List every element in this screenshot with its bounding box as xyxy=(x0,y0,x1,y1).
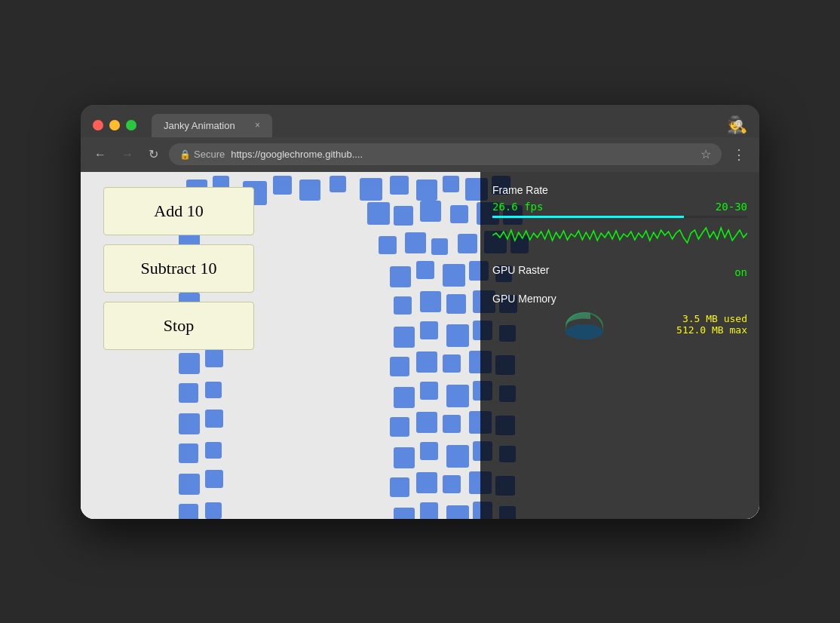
blue-square xyxy=(394,296,412,315)
blue-square xyxy=(394,327,415,348)
maximize-button[interactable] xyxy=(126,120,136,130)
blue-square xyxy=(179,353,200,374)
blue-square xyxy=(446,294,466,314)
gpu-raster-title: GPU Raster xyxy=(492,264,549,276)
browser-window: Janky Animation × 🕵️ ← → ↻ 🔒 Secure http… xyxy=(81,105,759,519)
content-area: Add 10 Subtract 10 Stop Frame Rate 26.6 … xyxy=(81,172,759,519)
blue-square xyxy=(458,234,477,253)
blue-square xyxy=(420,442,438,460)
blue-square xyxy=(420,502,438,519)
tab-close-icon[interactable]: × xyxy=(255,120,260,130)
blue-square xyxy=(205,410,223,428)
stop-button[interactable]: Stop xyxy=(103,302,254,350)
blue-square xyxy=(420,321,438,339)
blue-square xyxy=(446,445,469,468)
fps-bar-fill xyxy=(492,216,684,218)
fps-range: 20-30 xyxy=(716,201,747,213)
blue-square xyxy=(273,176,292,195)
blue-square xyxy=(205,349,223,367)
blue-square xyxy=(179,504,198,519)
subtract-10-button[interactable]: Subtract 10 xyxy=(103,244,254,293)
blue-square xyxy=(420,201,441,222)
frame-rate-section: Frame Rate 26.6 fps 20-30 xyxy=(492,184,747,252)
blue-square xyxy=(379,236,397,254)
blue-square xyxy=(416,261,434,279)
blue-square xyxy=(299,180,320,201)
blue-square xyxy=(416,472,437,493)
blue-square xyxy=(205,382,222,398)
blue-square xyxy=(330,176,346,192)
secure-label: 🔒 Secure xyxy=(179,149,225,160)
blue-square xyxy=(443,475,461,493)
traffic-lights xyxy=(93,120,136,130)
blue-square xyxy=(179,474,200,495)
gpu-memory-title: GPU Memory xyxy=(492,293,747,305)
waveform-chart xyxy=(492,224,747,247)
blue-square xyxy=(390,417,409,437)
blue-square xyxy=(205,442,222,459)
memory-used: 3.5 MB used xyxy=(682,313,747,324)
blue-square xyxy=(390,357,409,376)
frame-rate-title: Frame Rate xyxy=(492,184,747,196)
blue-square xyxy=(179,443,198,463)
blue-square xyxy=(367,202,390,225)
secure-text: Secure xyxy=(194,149,225,160)
memory-pie-chart xyxy=(562,309,607,339)
blue-square xyxy=(394,387,415,408)
blue-square xyxy=(420,291,441,312)
svg-point-0 xyxy=(566,324,603,339)
minimize-button[interactable] xyxy=(109,120,120,130)
hud-overlay: Frame Rate 26.6 fps 20-30 GPU Raster on xyxy=(480,172,759,519)
blue-square xyxy=(390,266,411,287)
blue-square xyxy=(179,413,200,434)
memory-values: 3.5 MB used 512.0 MB max xyxy=(676,313,747,336)
blue-square xyxy=(416,180,437,201)
buttons-panel: Add 10 Subtract 10 Stop xyxy=(103,187,254,350)
tab-bar: Janky Animation × xyxy=(152,114,718,137)
blue-square xyxy=(443,264,465,287)
blue-square xyxy=(394,508,415,519)
blue-square xyxy=(446,505,469,519)
fps-row: 26.6 fps 20-30 xyxy=(492,201,747,213)
blue-square xyxy=(443,354,461,373)
gpu-raster-value: on xyxy=(734,266,747,278)
blue-square xyxy=(205,502,222,519)
blue-square xyxy=(360,178,382,201)
back-button[interactable]: ← xyxy=(90,145,111,164)
url-text: https://googlechrome.github.... xyxy=(231,149,694,160)
blue-square xyxy=(390,176,409,195)
forward-button[interactable]: → xyxy=(117,145,138,164)
bookmark-icon[interactable]: ☆ xyxy=(701,147,711,161)
close-button[interactable] xyxy=(93,120,103,130)
gpu-raster-row: GPU Raster on xyxy=(492,264,747,281)
memory-max: 512.0 MB max xyxy=(676,324,747,336)
blue-square xyxy=(443,415,461,433)
blue-square xyxy=(450,205,468,223)
active-tab[interactable]: Janky Animation × xyxy=(152,114,272,137)
blue-square xyxy=(431,238,448,255)
blue-square xyxy=(416,412,437,433)
blue-square xyxy=(446,385,469,407)
blue-square xyxy=(390,477,409,497)
address-bar[interactable]: 🔒 Secure https://googlechrome.github....… xyxy=(169,143,722,165)
blue-square xyxy=(405,232,426,253)
blue-square xyxy=(205,470,223,488)
gpu-raster-section: GPU Raster on xyxy=(492,264,747,281)
fps-bar xyxy=(492,216,747,218)
refresh-button[interactable]: ↻ xyxy=(144,144,163,164)
blue-square xyxy=(416,351,437,373)
blue-square xyxy=(420,382,438,400)
title-bar: Janky Animation × 🕵️ xyxy=(81,105,759,137)
add-10-button[interactable]: Add 10 xyxy=(103,187,254,235)
blue-square xyxy=(443,176,459,192)
blue-square xyxy=(446,324,469,347)
memory-content: 3.5 MB used 512.0 MB max xyxy=(492,309,747,339)
lock-icon: 🔒 xyxy=(179,149,191,160)
fps-value: 26.6 fps xyxy=(492,201,543,213)
tab-title: Janky Animation xyxy=(164,120,249,131)
toolbar: ← → ↻ 🔒 Secure https://googlechrome.gith… xyxy=(81,137,759,172)
blue-square xyxy=(179,383,198,403)
incognito-icon: 🕵️ xyxy=(727,115,747,135)
menu-button[interactable]: ⋮ xyxy=(728,143,750,166)
blue-square xyxy=(394,447,415,468)
